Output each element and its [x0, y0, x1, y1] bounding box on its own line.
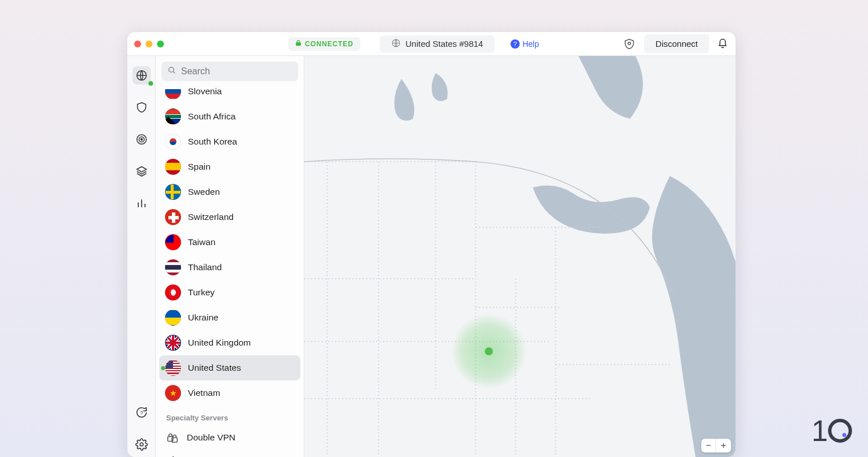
country-label: Slovenia — [188, 87, 222, 97]
close-window-button[interactable] — [134, 41, 141, 47]
country-row-slovenia[interactable]: Slovenia — [159, 87, 300, 104]
zoom-out-button[interactable]: − — [701, 439, 716, 452]
country-row-united-kingdom[interactable]: United Kingdom — [159, 330, 300, 355]
flag-icon — [165, 284, 181, 300]
country-row-south-africa[interactable]: South Africa — [159, 104, 300, 129]
notifications-button[interactable] — [717, 38, 729, 50]
flag-icon — [165, 184, 181, 200]
lock-icon — [295, 39, 302, 49]
window-controls — [134, 41, 164, 47]
search-input[interactable] — [181, 66, 292, 77]
search-box[interactable] — [162, 62, 298, 81]
double-lock-icon — [165, 430, 180, 445]
svg-point-6 — [140, 139, 142, 141]
country-label: Sweden — [188, 187, 220, 197]
flag-icon — [165, 259, 181, 275]
country-label: South Africa — [188, 111, 236, 122]
nav-stats[interactable] — [132, 194, 151, 213]
app-window: CONNECTED United States #9814 ? Help Dis… — [127, 32, 736, 457]
country-label: Spain — [188, 162, 211, 172]
nav-darkweb[interactable] — [132, 130, 151, 149]
svg-rect-0 — [296, 42, 300, 45]
country-row-switzerland[interactable]: Switzerland — [159, 205, 300, 230]
current-server[interactable]: United States #9814 — [380, 35, 495, 53]
flag-icon — [165, 335, 181, 351]
server-list-panel: SloveniaSouth AfricaSouth KoreaSpainSwed… — [156, 56, 304, 457]
svg-point-2 — [628, 42, 631, 45]
help-link[interactable]: ? Help — [511, 39, 539, 49]
zoom-in-button[interactable]: + — [716, 439, 731, 452]
watermark-logo: 1 — [811, 414, 852, 448]
svg-point-9 — [169, 67, 174, 73]
svg-text:?: ? — [140, 410, 143, 416]
country-row-ukraine[interactable]: Ukraine — [159, 305, 300, 330]
country-row-vietnam[interactable]: Vietnam — [159, 380, 300, 406]
country-row-taiwan[interactable]: Taiwan — [159, 230, 300, 255]
flag-icon — [165, 109, 181, 125]
titlebar-right: Disconnect — [622, 34, 729, 53]
map-svg — [304, 56, 736, 457]
onion-icon — [165, 454, 180, 457]
minimize-window-button[interactable] — [146, 41, 152, 47]
country-label: United States — [188, 363, 241, 373]
threat-protection-button[interactable] — [622, 37, 636, 51]
specialty-section-label: Specialty Servers — [159, 406, 300, 426]
flag-icon — [165, 310, 181, 326]
flag-icon — [165, 159, 181, 175]
server-name: United States #9814 — [405, 39, 483, 49]
country-row-united-states[interactable]: United States — [159, 355, 300, 380]
svg-point-8 — [140, 443, 143, 446]
flag-icon — [165, 134, 181, 150]
specialty-label: Double VPN — [187, 432, 235, 443]
country-label: Switzerland — [188, 212, 234, 222]
country-row-south-korea[interactable]: South Korea — [159, 129, 300, 154]
country-label: South Korea — [188, 137, 237, 147]
maximize-window-button[interactable] — [157, 41, 164, 47]
help-icon: ? — [511, 39, 520, 49]
country-label: Taiwan — [188, 237, 215, 247]
country-label: Vietnam — [188, 388, 220, 398]
flag-icon — [165, 209, 181, 225]
search-icon — [167, 66, 176, 77]
country-label: Turkey — [188, 287, 215, 298]
country-row-turkey[interactable]: Turkey — [159, 280, 300, 305]
connection-status: CONNECTED — [288, 37, 360, 51]
globe-icon — [391, 38, 401, 50]
country-list[interactable]: SloveniaSouth AfricaSouth KoreaSpainSwed… — [156, 87, 304, 457]
flag-icon — [165, 87, 181, 99]
map-zoom-controls: − + — [701, 439, 731, 452]
country-label: Ukraine — [188, 312, 218, 323]
map[interactable]: − + — [304, 56, 736, 457]
specialty-row-onion-over-vpn[interactable]: Onion Over VPN — [159, 450, 300, 457]
disconnect-button[interactable]: Disconnect — [644, 34, 709, 53]
flag-icon — [165, 360, 181, 376]
country-row-sweden[interactable]: Sweden — [159, 179, 300, 205]
nav-settings[interactable] — [132, 435, 151, 454]
nav-rail: ? — [127, 56, 156, 457]
country-row-spain[interactable]: Spain — [159, 154, 300, 179]
country-label: Thailand — [188, 262, 222, 272]
status-text: CONNECTED — [305, 40, 353, 48]
country-row-thailand[interactable]: Thailand — [159, 255, 300, 280]
flag-icon — [165, 385, 181, 401]
specialty-row-double-vpn[interactable]: Double VPN — [159, 426, 300, 450]
nav-security[interactable] — [132, 98, 151, 117]
app-body: ? SloveniaSouth AfricaSouth KoreaSpainSw… — [127, 56, 736, 457]
titlebar: CONNECTED United States #9814 ? Help Dis… — [127, 32, 736, 56]
nav-meshnet[interactable] — [132, 162, 151, 181]
nav-support[interactable]: ? — [132, 403, 151, 422]
flag-icon — [165, 234, 181, 250]
nav-servers[interactable] — [132, 66, 151, 85]
country-label: United Kingdom — [188, 338, 251, 348]
